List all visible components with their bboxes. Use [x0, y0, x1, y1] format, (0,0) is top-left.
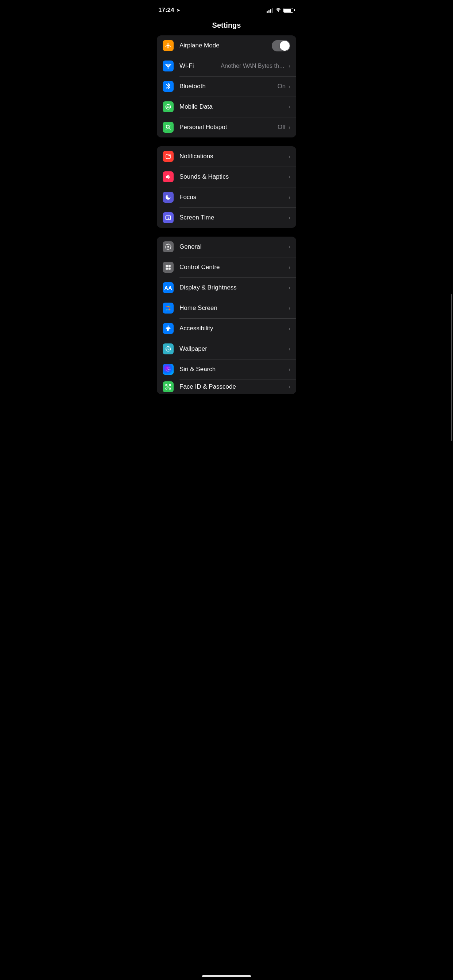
svg-point-4	[168, 127, 169, 128]
siri-label: Siri & Search	[179, 366, 289, 373]
hotspot-label: Personal Hotspot	[179, 124, 278, 131]
svg-point-24	[166, 346, 171, 352]
status-time: 17:24 ➤	[158, 6, 180, 14]
accessibility-row[interactable]: Accessibility ›	[157, 318, 296, 339]
wifi-row[interactable]: Wi-Fi Another WAN Bytes the Dust ›	[157, 56, 296, 76]
mobile-data-chevron: ›	[289, 104, 290, 110]
connectivity-group: Airplane Mode Wi-Fi Another WAN Bytes th…	[157, 35, 296, 137]
mobile-data-row[interactable]: Mobile Data ›	[157, 97, 296, 117]
svg-marker-8	[166, 175, 169, 179]
general-label: General	[179, 243, 289, 250]
svg-point-0	[167, 67, 169, 68]
focus-icon-container	[163, 192, 174, 203]
mobile-data-label: Mobile Data	[179, 103, 289, 110]
screentime-icon-container	[163, 212, 174, 223]
svg-point-33	[169, 386, 169, 387]
bluetooth-chevron: ›	[289, 83, 290, 89]
bluetooth-value: On	[278, 83, 286, 90]
gear-icon	[165, 243, 171, 250]
airplane-mode-row[interactable]: Airplane Mode	[157, 35, 296, 56]
svg-point-1	[166, 104, 171, 110]
home-screen-row[interactable]: Home Screen ›	[157, 298, 296, 318]
wallpaper-icon	[165, 345, 171, 352]
svg-point-16	[169, 306, 171, 307]
siri-search-row[interactable]: Siri & Search ›	[157, 359, 296, 380]
svg-rect-30	[166, 388, 167, 390]
status-bar: 17:24 ➤	[151, 0, 302, 18]
svg-point-7	[169, 154, 170, 156]
notifications-row[interactable]: Notifications ›	[157, 146, 296, 167]
control-centre-label: Control Centre	[179, 264, 289, 271]
hotspot-icon	[165, 124, 171, 130]
wifi-status-icon	[275, 8, 281, 13]
battery-indicator	[283, 8, 295, 13]
focus-icon	[165, 194, 171, 200]
home-screen-chevron: ›	[289, 305, 290, 311]
accessibility-icon-container	[163, 323, 174, 334]
siri-chevron: ›	[289, 366, 290, 372]
svg-rect-28	[166, 384, 167, 386]
bluetooth-icon	[166, 83, 171, 90]
screentime-label: Screen Time	[179, 214, 289, 221]
notifications-chevron: ›	[289, 153, 290, 159]
personal-hotspot-row[interactable]: Personal Hotspot Off ›	[157, 117, 296, 137]
wifi-icon-container	[163, 60, 174, 72]
accessibility-label: Accessibility	[179, 325, 289, 332]
svg-rect-29	[169, 384, 171, 386]
sounds-icon	[165, 173, 171, 180]
screen-time-row[interactable]: Screen Time ›	[157, 207, 296, 228]
svg-point-32	[167, 386, 168, 387]
display-brightness-icon: AA	[164, 285, 172, 291]
control-centre-row[interactable]: Control Centre ›	[157, 257, 296, 277]
status-icons	[266, 8, 295, 13]
hotspot-value: Off	[278, 124, 286, 131]
display-chevron: ›	[289, 285, 290, 291]
faceid-icon	[165, 383, 171, 390]
notifications-label: Notifications	[179, 153, 289, 160]
airplane-icon	[165, 42, 171, 49]
wallpaper-icon-container	[163, 344, 174, 355]
homescreen-icon-container	[163, 302, 174, 313]
display-brightness-row[interactable]: AA Display & Brightness ›	[157, 277, 296, 298]
svg-point-20	[166, 309, 167, 310]
bluetooth-row[interactable]: Bluetooth On ›	[157, 76, 296, 97]
sounds-haptics-row[interactable]: Sounds & Haptics ›	[157, 167, 296, 187]
wifi-chevron: ›	[289, 63, 290, 69]
focus-row[interactable]: Focus ›	[157, 187, 296, 207]
general-row[interactable]: General ›	[157, 237, 296, 257]
siri-icon-container	[163, 364, 174, 375]
svg-rect-13	[169, 267, 171, 270]
sounds-chevron: ›	[289, 174, 290, 180]
svg-rect-31	[169, 388, 171, 390]
airplane-mode-toggle[interactable]	[272, 40, 290, 51]
svg-point-23	[167, 326, 169, 327]
wallpaper-row[interactable]: Wallpaper ›	[157, 339, 296, 359]
airplane-mode-icon	[163, 40, 174, 51]
bluetooth-label: Bluetooth	[179, 83, 278, 90]
general-chevron: ›	[289, 244, 290, 250]
display-icon-container: AA	[163, 282, 174, 293]
wallpaper-label: Wallpaper	[179, 345, 289, 353]
accessibility-chevron: ›	[289, 326, 290, 331]
svg-point-21	[167, 309, 169, 310]
mobile-data-icon-container	[163, 101, 174, 112]
svg-point-17	[166, 307, 167, 309]
svg-point-18	[167, 307, 169, 309]
notifications-icon	[165, 153, 171, 160]
wifi-label: Wi-Fi	[179, 62, 221, 70]
location-icon: ➤	[177, 8, 180, 13]
faceid-icon-container	[163, 381, 174, 392]
airplane-mode-label: Airplane Mode	[179, 42, 272, 49]
sounds-icon-container	[163, 171, 174, 182]
hotspot-chevron: ›	[289, 124, 290, 130]
svg-point-15	[167, 306, 169, 307]
svg-point-14	[166, 306, 167, 307]
siri-icon	[165, 366, 171, 372]
svg-point-19	[169, 307, 171, 309]
face-id-row[interactable]: Face ID & Passcode ›	[157, 380, 296, 394]
hotspot-icon-container	[163, 122, 174, 133]
signal-strength	[266, 8, 273, 13]
focus-label: Focus	[179, 194, 289, 201]
svg-rect-12	[166, 267, 168, 270]
homescreen-icon	[165, 305, 171, 311]
